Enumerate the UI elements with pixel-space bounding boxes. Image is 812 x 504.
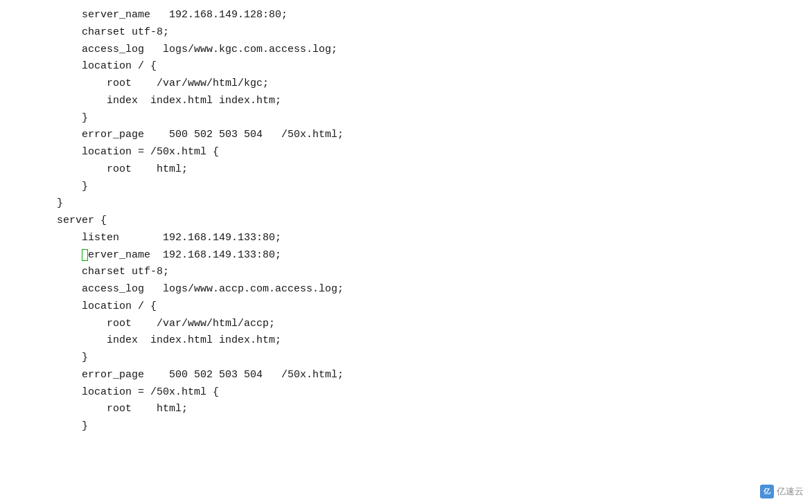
code-line: access_log logs/www.accp.com.access.log;	[32, 281, 812, 298]
code-line: }	[32, 110, 812, 127]
code-line: error_page 500 502 503 504 /50x.html;	[32, 367, 812, 384]
code-line: index index.html index.htm;	[32, 93, 812, 110]
code-line: }	[32, 350, 812, 367]
code-line: }	[32, 179, 812, 196]
code-line: index index.html index.htm;	[32, 332, 812, 350]
watermark-logo: 亿	[760, 485, 774, 498]
watermark: 亿 亿速云	[760, 485, 804, 498]
code-line: location / {	[32, 58, 812, 75]
code-line: erver_name 192.168.149.133:80;	[32, 247, 812, 264]
code-line: server_name 192.168.149.128:80;	[32, 7, 812, 24]
code-line: server {	[32, 213, 812, 230]
code-line: location = /50x.html {	[32, 384, 812, 402]
code-line: }	[32, 195, 812, 213]
code-line: root html;	[32, 401, 812, 418]
code-line: charset utf-8;	[32, 264, 812, 281]
text-cursor	[82, 249, 88, 261]
watermark-label: 亿速云	[777, 485, 804, 498]
code-editor: server_name 192.168.149.128:80; charset …	[0, 0, 812, 504]
code-line: listen 192.168.149.133:80;	[32, 230, 812, 247]
code-line: location / {	[32, 298, 812, 316]
code-line: root /var/www/html/kgc;	[32, 75, 812, 93]
code-line: charset utf-8;	[32, 24, 812, 42]
code-line: location = /50x.html {	[32, 144, 812, 161]
code-line: }	[32, 418, 812, 435]
code-line: root html;	[32, 161, 812, 179]
code-line: root /var/www/html/accp;	[32, 316, 812, 333]
code-line: error_page 500 502 503 504 /50x.html;	[32, 127, 812, 144]
code-line: access_log logs/www.kgc.com.access.log;	[32, 42, 812, 59]
